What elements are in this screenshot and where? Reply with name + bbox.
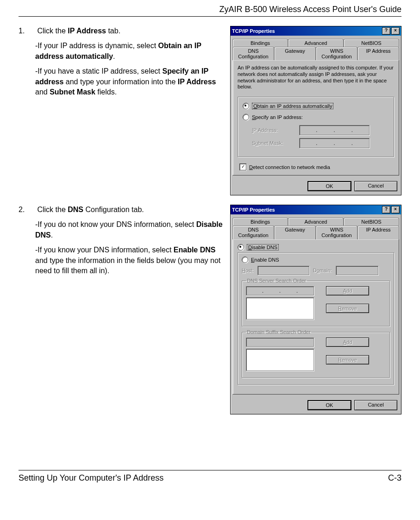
page-footer: Setting Up Your Computer's IP Address C-…: [19, 470, 401, 488]
enable-dns-group: Enable DNS Host: Domain: DNS Server Sear…: [238, 252, 394, 385]
subnet-mask-input[interactable]: ...: [299, 138, 370, 148]
tab-panel-dns: Disable DNS Enable DNS Host: Domain:: [232, 239, 399, 395]
tab-gateway[interactable]: Gateway: [274, 226, 316, 239]
cancel-button[interactable]: Cancel: [354, 181, 397, 191]
titlebar[interactable]: TCP/IP Properties ? ×: [231, 205, 401, 214]
radio-disable-dns[interactable]: [238, 244, 244, 251]
tab-netbios[interactable]: NetBIOS: [344, 39, 399, 47]
guide-title: ZyAIR B-500 Wireless Access Point User's…: [219, 5, 401, 14]
detect-checkbox[interactable]: ✓: [239, 163, 246, 170]
domain-label: Domain:: [313, 268, 332, 273]
dns-server-order-group: DNS Server Search Order ... Add: [242, 278, 390, 326]
ip-groupbox: Obtain an IP address automatically Speci…: [238, 97, 394, 157]
host-label: Host:: [242, 268, 254, 273]
dns-add-button[interactable]: Add: [326, 286, 369, 295]
page-header: ZyAIR B-500 Wireless Access Point User's…: [19, 0, 401, 17]
step-1-row: 1. Click the IP Address tab. -If your IP…: [19, 26, 401, 195]
ip-address-input[interactable]: ...: [299, 125, 370, 135]
domain-input[interactable]: [336, 266, 378, 275]
tab-ip-address[interactable]: IP Address: [357, 47, 399, 60]
footer-right: C-3: [388, 473, 401, 483]
step-1-number: 1.: [19, 26, 35, 36]
tab-bindings[interactable]: Bindings: [232, 39, 288, 47]
tab-gateway[interactable]: Gateway: [274, 47, 316, 60]
dialog-title: TCP/IP Properties: [232, 207, 275, 213]
ok-button[interactable]: OK: [307, 181, 351, 191]
tab-netbios[interactable]: NetBIOS: [344, 218, 399, 226]
help-button[interactable]: ?: [382, 27, 390, 35]
tab-advanced[interactable]: Advanced: [288, 218, 344, 226]
titlebar[interactable]: TCP/IP Properties ? ×: [231, 26, 401, 36]
tcpip-dialog-ip: TCP/IP Properties ? × Bindings Advanced …: [230, 26, 401, 195]
detect-label: Detect connection to network media: [249, 164, 330, 170]
tab-bindings[interactable]: Bindings: [232, 218, 288, 226]
cancel-button[interactable]: Cancel: [354, 400, 397, 410]
ip-address-label: IP Address:: [252, 127, 294, 133]
subnet-mask-label: Subnet Mask:: [252, 140, 294, 146]
radio-specify-ip[interactable]: [243, 114, 249, 120]
suffix-input[interactable]: [246, 338, 314, 347]
suffix-remove-button[interactable]: Remove: [326, 355, 369, 364]
dns-ip-input[interactable]: ...: [246, 286, 314, 295]
step-2-number: 2.: [19, 205, 35, 215]
tab-panel-ip: An IP address can be automatically assig…: [232, 60, 399, 175]
help-button[interactable]: ?: [382, 206, 390, 213]
tab-dns-config[interactable]: DNS Configuration: [232, 226, 274, 239]
close-button[interactable]: ×: [391, 27, 400, 35]
tab-advanced[interactable]: Advanced: [288, 39, 344, 47]
close-button[interactable]: ×: [391, 206, 400, 213]
radio-obtain-auto[interactable]: [243, 103, 249, 109]
radio-enable-label: Enable DNS: [251, 257, 279, 263]
step-2-text: 2. Click the DNS Configuration tab. -If …: [19, 205, 226, 276]
radio-specify-label: Specify an IP address:: [252, 114, 303, 120]
dns-server-list[interactable]: [246, 297, 314, 320]
ok-button[interactable]: OK: [307, 400, 351, 410]
step-2-row: 2. Click the DNS Configuration tab. -If …: [19, 205, 401, 414]
ip-description: An IP address can be automatically assig…: [238, 65, 394, 90]
tab-dns-config[interactable]: DNS Configuration: [232, 47, 274, 60]
tcpip-dialog-dns: TCP/IP Properties ? × Bindings Advanced …: [230, 205, 401, 414]
tab-wins[interactable]: WINS Configuration: [316, 47, 357, 60]
step-1-text: 1. Click the IP Address tab. -If your IP…: [19, 26, 226, 97]
radio-enable-dns[interactable]: [242, 257, 248, 263]
domain-suffix-order-group: Domain Suffix Search Order Add Rem: [242, 329, 390, 378]
footer-left: Setting Up Your Computer's IP Address: [19, 473, 163, 483]
radio-disable-label: Disable DNS: [247, 244, 279, 251]
domain-suffix-order-label: Domain Suffix Search Order: [246, 329, 311, 335]
tab-ip-address[interactable]: IP Address: [357, 226, 399, 239]
suffix-list[interactable]: [246, 349, 314, 371]
suffix-add-button[interactable]: Add: [326, 338, 369, 347]
dns-remove-button[interactable]: Remove: [326, 304, 369, 313]
host-input[interactable]: [257, 266, 309, 275]
dns-server-order-label: DNS Server Search Order: [246, 278, 307, 283]
dialog-title: TCP/IP Properties: [232, 28, 275, 34]
tab-wins[interactable]: WINS Configuration: [316, 226, 357, 239]
radio-obtain-label: Obtain an IP address automatically: [252, 103, 333, 109]
